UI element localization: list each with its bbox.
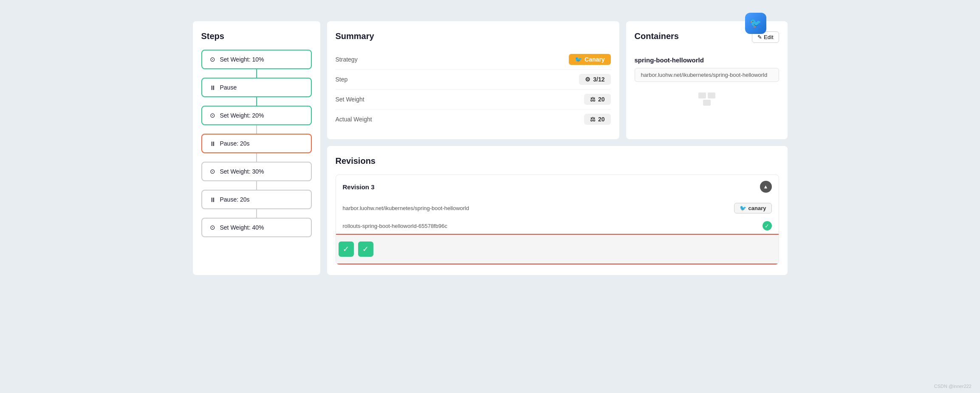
balance-icon-2: ⚖: [590, 116, 596, 123]
connector-6: [256, 209, 257, 218]
edit-pencil-icon: ✎: [757, 34, 762, 40]
edit-label: Edit: [764, 34, 773, 40]
step-item-2[interactable]: ⏸ Pause: [201, 78, 312, 97]
canary-badge: 🐦 Canary: [569, 54, 610, 65]
revision-canary-badge: 🐦 canary: [734, 203, 772, 213]
weight-icon-3: ⊙: [209, 112, 217, 119]
weight-icon-5: ⊙: [209, 168, 217, 175]
green-check-icon: ✓: [763, 221, 772, 230]
actualweight-badge: ⚖ 20: [584, 114, 611, 125]
revisions-panel: Revisions Revision 3 ▲ harbor.luohw.net/…: [327, 146, 788, 275]
step-item-1[interactable]: ⊙ Set Weight: 10%: [201, 50, 312, 69]
setweight-label: Set Weight: [336, 96, 364, 103]
step-label-7: Set Weight: 40%: [220, 224, 264, 231]
pod-check-2[interactable]: ✓: [358, 241, 373, 257]
step-label-6: Pause: 20s: [220, 196, 250, 203]
pause-icon-6: ⏸: [209, 196, 217, 203]
steps-list: ⊙ Set Weight: 10% ⏸ Pause ⊙ Set Weight: …: [201, 50, 312, 237]
strategy-label: Strategy: [336, 56, 358, 63]
pod-check-1[interactable]: ✓: [339, 241, 354, 257]
summary-row-actualweight: Actual Weight ⚖ 20: [336, 109, 611, 129]
canary-badge-text: Canary: [585, 56, 604, 63]
summary-row-strategy: Strategy 🐦 Canary: [336, 50, 611, 70]
step-item-7[interactable]: ⊙ Set Weight: 40%: [201, 218, 312, 237]
containers-title: Containers: [635, 31, 679, 41]
step-badge-text: 3/12: [593, 76, 604, 83]
revision-bird-icon: 🐦: [740, 205, 746, 211]
revision-header-1: Revision 3 ▲: [336, 175, 779, 199]
containers-panel: 🐦 Containers ✎ Edit spring-boot-hellowor…: [626, 21, 788, 139]
weight-icon-1: ⊙: [209, 56, 217, 63]
container-image: harbor.luohw.net/ikubernetes/spring-boot…: [635, 68, 779, 82]
step-label-3: Set Weight: 20%: [220, 112, 264, 119]
step-item-5[interactable]: ⊙ Set Weight: 30%: [201, 162, 312, 181]
container-placeholder-icon: [635, 90, 779, 107]
setweight-value: 20: [598, 96, 605, 103]
step-badge: ⚙ 3/12: [579, 74, 610, 85]
summary-title: Summary: [336, 31, 611, 41]
revision-image-row: harbor.luohw.net/ikubernetes/spring-boot…: [343, 203, 772, 218]
step-label-5: Set Weight: 30%: [220, 168, 264, 175]
steps-panel: Steps ⊙ Set Weight: 10% ⏸ Pause ⊙ Set We…: [193, 21, 320, 275]
step-icon-summary: ⚙: [585, 76, 590, 83]
step-item-4[interactable]: ⏸ Pause: 20s: [201, 134, 312, 153]
containers-header: Containers ✎ Edit: [635, 31, 779, 50]
revisions-title: Revisions: [336, 156, 779, 166]
connector-5: [256, 181, 257, 190]
step-item-6[interactable]: ⏸ Pause: 20s: [201, 190, 312, 209]
summary-row-step: Step ⚙ 3/12: [336, 70, 611, 90]
pause-icon-2: ⏸: [209, 84, 217, 91]
revision-canary-text: canary: [748, 205, 766, 211]
pause-icon-4: ⏸: [209, 140, 217, 147]
container-name: spring-boot-helloworld: [635, 56, 779, 64]
summary-panel: Summary Strategy 🐦 Canary Step ⚙ 3/12: [327, 21, 619, 139]
connector-2: [256, 97, 257, 106]
step-label-2: Pause: [220, 84, 237, 91]
revision-body-1: harbor.luohw.net/ikubernetes/spring-boot…: [336, 199, 779, 234]
canary-bird-icon: 🐦: [575, 56, 582, 63]
setweight-badge: ⚖ 20: [584, 94, 611, 105]
revision-image-text: harbor.luohw.net/ikubernetes/spring-boot…: [343, 205, 469, 211]
main-layout: Steps ⊙ Set Weight: 10% ⏸ Pause ⊙ Set We…: [193, 8, 788, 275]
pod-check-icon-1: ✓: [343, 244, 349, 254]
step-item-3[interactable]: ⊙ Set Weight: 20%: [201, 106, 312, 125]
watermark: CSDN @inner222: [934, 384, 972, 389]
pods-area: ✓ ✓: [336, 234, 779, 264]
actualweight-label: Actual Weight: [336, 116, 372, 123]
revision-item-1: Revision 3 ▲ harbor.luohw.net/ikubernete…: [336, 174, 779, 265]
summary-row-setweight: Set Weight ⚖ 20: [336, 90, 611, 109]
revision-rollout-text: rollouts-spring-boot-helloworld-65578fb9…: [343, 223, 447, 229]
step-label-summary: Step: [336, 76, 348, 83]
svg-rect-0: [698, 93, 706, 98]
step-label-1: Set Weight: 10%: [220, 56, 264, 63]
connector-4: [256, 153, 257, 162]
svg-rect-2: [703, 100, 711, 106]
steps-title: Steps: [201, 31, 312, 41]
balance-icon-1: ⚖: [590, 96, 596, 103]
revision-rollout-row: rollouts-spring-boot-helloworld-65578fb9…: [343, 218, 772, 234]
weight-icon-7: ⊙: [209, 224, 217, 231]
bird-logo: 🐦: [745, 13, 766, 34]
actualweight-value: 20: [598, 116, 605, 123]
svg-rect-1: [708, 93, 715, 98]
connector-1: [256, 69, 257, 78]
top-row: Summary Strategy 🐦 Canary Step ⚙ 3/12: [327, 21, 788, 139]
bird-icon: 🐦: [750, 18, 761, 29]
right-section: Summary Strategy 🐦 Canary Step ⚙ 3/12: [327, 21, 788, 275]
check-icon: ✓: [765, 223, 769, 229]
chevron-up-icon: ▲: [763, 184, 768, 190]
connector-3: [256, 125, 257, 134]
pod-check-icon-2: ✓: [362, 244, 369, 254]
step-label-4: Pause: 20s: [220, 140, 250, 147]
revision-title-1: Revision 3: [343, 183, 375, 191]
chevron-up-button[interactable]: ▲: [760, 181, 772, 193]
